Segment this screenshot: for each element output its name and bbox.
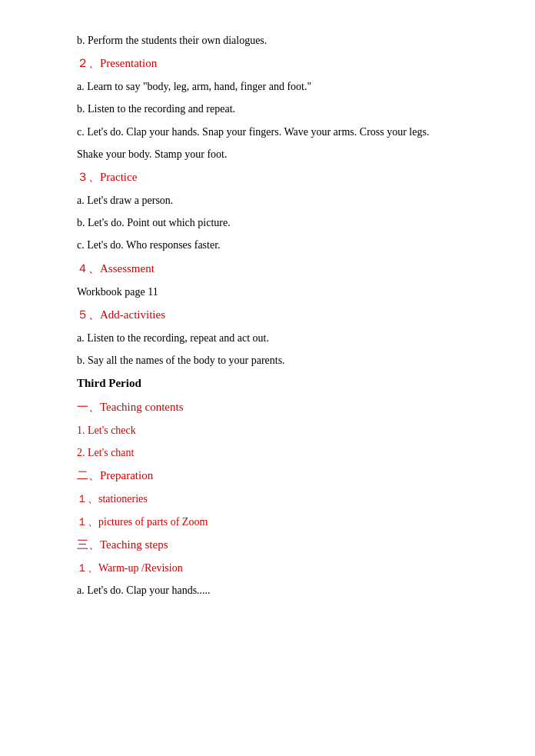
- line-15: b. Say all the names of the body to your…: [77, 351, 474, 370]
- line-14: a. Listen to the recording, repeat and a…: [77, 328, 474, 348]
- line-3: a. Learn to say "body, leg, arm, hand, f…: [77, 77, 474, 96]
- line-18: 1. Let's check: [77, 421, 474, 440]
- line-25: a. Let's do. Clap your hands.....: [77, 581, 474, 600]
- line-10: c. Let's do. Who responses faster.: [77, 235, 474, 255]
- line-4: b. Listen to the recording and repeat.: [77, 99, 474, 118]
- line-7: ３、Practice: [77, 167, 474, 188]
- line-17: 一、Teaching contents: [77, 397, 474, 418]
- line-20: 二、Preparation: [77, 465, 474, 486]
- line-16: Third Period: [77, 373, 474, 394]
- line-9: b. Let's do. Point out which picture.: [77, 213, 474, 232]
- document-content: b. Perform the students their own dialog…: [77, 31, 474, 600]
- line-8: a. Let's draw a person.: [77, 191, 474, 210]
- line-12: Workbook page 11: [77, 282, 474, 301]
- line-21: １、stationeries: [77, 489, 474, 508]
- line-5: c. Let's do. Clap your hands. Snap your …: [77, 122, 474, 142]
- line-2: ２、Presentation: [77, 53, 474, 74]
- line-23: 三、Teaching steps: [77, 535, 474, 555]
- line-19: 2. Let's chant: [77, 443, 474, 462]
- line-13: ５、Add-activities: [77, 305, 474, 325]
- line-24: １、Warm-up /Revision: [77, 558, 474, 578]
- line-1: b. Perform the students their own dialog…: [77, 31, 474, 50]
- line-11: ４、Assessment: [77, 258, 474, 279]
- line-6: Shake your body. Stamp your foot.: [77, 145, 474, 164]
- line-22: １、pictures of parts of Zoom: [77, 512, 474, 531]
